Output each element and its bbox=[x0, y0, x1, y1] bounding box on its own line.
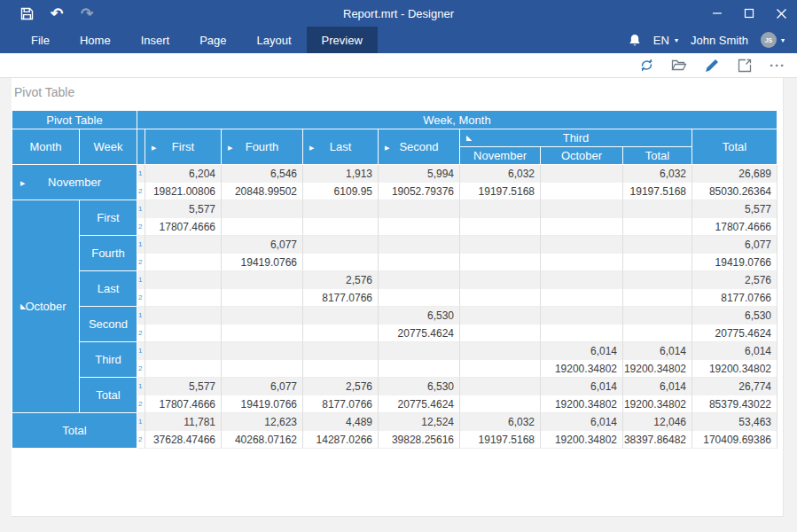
data-cell: 20775.4624 bbox=[692, 325, 777, 342]
col-group-third[interactable]: ◣ Third bbox=[460, 129, 692, 147]
expand-icon: ▶ bbox=[228, 144, 232, 150]
close-icon[interactable] bbox=[765, 0, 797, 27]
data-cell bbox=[460, 271, 541, 289]
data-cell: 6,014 bbox=[541, 413, 623, 431]
row-group-label: November bbox=[48, 176, 101, 189]
data-cell: 20775.4624 bbox=[379, 395, 460, 413]
data-cell bbox=[379, 342, 460, 360]
redo-icon[interactable]: ↷ bbox=[78, 4, 96, 23]
col-group-last[interactable]: ▶ Last bbox=[303, 129, 379, 165]
col-group-first[interactable]: ▶ First bbox=[145, 129, 222, 165]
tab-home[interactable]: Home bbox=[65, 27, 126, 53]
data-cell: 14287.0266 bbox=[303, 431, 379, 449]
data-cell bbox=[222, 342, 303, 360]
data-cell bbox=[460, 218, 541, 236]
data-cell bbox=[222, 360, 303, 378]
col-sub-november: November bbox=[460, 147, 541, 165]
data-cell: 6,014 bbox=[541, 378, 623, 395]
user-name[interactable]: John Smith bbox=[691, 34, 748, 47]
data-cell: 2,576 bbox=[303, 378, 379, 395]
tab-file[interactable]: File bbox=[16, 27, 65, 53]
tab-insert[interactable]: Insert bbox=[126, 27, 185, 53]
user-menu[interactable]: JS ▾ bbox=[761, 32, 785, 48]
line-number: 2 bbox=[137, 183, 145, 200]
data-cell bbox=[460, 325, 541, 342]
data-cell: 6,032 bbox=[460, 413, 541, 431]
line-number: 1 bbox=[137, 342, 145, 360]
edit-pencil-icon[interactable] bbox=[703, 56, 721, 75]
data-cell: 6,014 bbox=[623, 342, 692, 360]
data-cell: 5,577 bbox=[692, 200, 777, 218]
col-group-fourth[interactable]: ▶ Fourth bbox=[222, 129, 303, 165]
data-cell: 19197.5168 bbox=[623, 183, 692, 200]
month-column-header: Month bbox=[12, 129, 80, 165]
data-cell bbox=[623, 236, 692, 254]
data-cell bbox=[541, 271, 623, 289]
row-group-november[interactable]: ▶November bbox=[12, 165, 137, 200]
row-group-label: Total bbox=[62, 424, 86, 437]
data-cell: 19419.0766 bbox=[222, 254, 303, 271]
data-cell: 12,046 bbox=[623, 413, 692, 431]
data-cell: 8177.0766 bbox=[692, 289, 777, 307]
preview-toolbar: ··· bbox=[0, 53, 797, 78]
row-week-total: Total bbox=[80, 378, 137, 413]
data-cell: 37628.47466 bbox=[145, 431, 222, 449]
line-number: 1 bbox=[137, 307, 145, 325]
tab-page[interactable]: Page bbox=[184, 27, 241, 53]
col-group-label: Last bbox=[330, 140, 352, 153]
language-selector[interactable]: EN ▾ bbox=[653, 34, 678, 47]
report-title: Pivot Table bbox=[14, 85, 74, 99]
avatar: JS bbox=[761, 32, 777, 48]
data-cell: 19197.5168 bbox=[460, 431, 541, 449]
maximize-icon[interactable] bbox=[733, 0, 765, 27]
tab-preview[interactable]: Preview bbox=[307, 27, 378, 53]
data-cell bbox=[460, 360, 541, 378]
data-cell: 6,530 bbox=[692, 307, 777, 325]
data-cell: 17807.4666 bbox=[145, 395, 222, 413]
col-group-label: Second bbox=[399, 140, 438, 153]
save-icon[interactable] bbox=[18, 4, 35, 23]
col-group-label: Fourth bbox=[246, 140, 279, 153]
week-column-header: Week bbox=[80, 129, 137, 165]
row-group-october[interactable]: ◣October bbox=[12, 200, 80, 413]
data-cell: 53,463 bbox=[692, 413, 777, 431]
open-folder-icon[interactable] bbox=[670, 56, 688, 75]
data-cell: 6,014 bbox=[541, 342, 623, 360]
data-cell: 38397.86482 bbox=[623, 431, 692, 449]
tab-layout[interactable]: Layout bbox=[242, 27, 307, 53]
col-group-label: Third bbox=[563, 131, 590, 145]
pivot-columns-header: Week, Month bbox=[137, 111, 777, 129]
data-cell bbox=[145, 271, 222, 289]
data-cell bbox=[222, 200, 303, 218]
data-cell: 5,577 bbox=[145, 378, 222, 395]
minimize-icon[interactable] bbox=[701, 0, 733, 27]
data-cell: 6,032 bbox=[623, 165, 692, 183]
data-cell: 6109.95 bbox=[303, 183, 379, 200]
data-cell: 39828.25616 bbox=[379, 431, 460, 449]
data-cell bbox=[222, 289, 303, 307]
row-week-second: Second bbox=[80, 307, 137, 342]
data-cell: 2,576 bbox=[303, 271, 379, 289]
data-cell bbox=[303, 218, 379, 236]
refresh-icon[interactable] bbox=[637, 56, 655, 75]
data-cell: 19200.34802 bbox=[623, 395, 692, 413]
chevron-down-icon: ▾ bbox=[675, 36, 678, 44]
data-cell bbox=[460, 395, 541, 413]
data-cell: 6,077 bbox=[222, 378, 303, 395]
notifications-bell-icon[interactable] bbox=[629, 34, 641, 47]
data-cell: 6,014 bbox=[623, 378, 692, 395]
line-number-column-header bbox=[137, 129, 145, 165]
row-week-first: First bbox=[80, 200, 137, 236]
data-cell bbox=[541, 254, 623, 271]
data-cell bbox=[145, 289, 222, 307]
data-cell: 85030.26364 bbox=[692, 183, 777, 200]
row-week-third: Third bbox=[80, 342, 137, 378]
data-cell bbox=[379, 218, 460, 236]
fullscreen-icon[interactable] bbox=[736, 56, 754, 75]
pivot-table: Pivot Table Week, Month Month Week ▶ Fir… bbox=[12, 111, 777, 449]
more-options-icon[interactable]: ··· bbox=[769, 56, 786, 75]
undo-icon[interactable]: ↶ bbox=[48, 4, 66, 23]
data-cell: 17807.4666 bbox=[145, 218, 222, 236]
data-cell bbox=[379, 236, 460, 254]
col-group-second[interactable]: ▶ Second bbox=[379, 129, 460, 165]
